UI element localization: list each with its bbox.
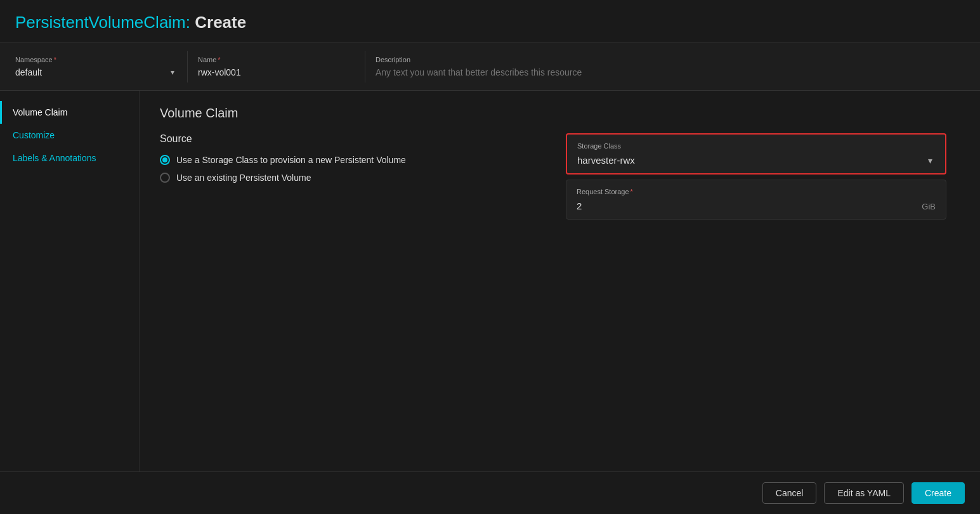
sidebar: Volume Claim Customize Labels & Annotati…: [0, 91, 140, 471]
main-content: Volume Claim Customize Labels & Annotati…: [0, 91, 980, 471]
radio-storage-class-button[interactable]: [160, 155, 170, 165]
content-area: Volume Claim Source Use a Storage Class …: [140, 91, 980, 471]
storage-class-select-wrapper: harvester-rwx local-path longhorn ▾: [577, 155, 935, 166]
two-column-layout: Source Use a Storage Class to provision …: [160, 133, 960, 220]
storage-class-select[interactable]: harvester-rwx local-path longhorn: [577, 155, 935, 166]
description-field: Description: [365, 51, 970, 82]
radio-option-existing-pv[interactable]: Use an existing Persistent Volume: [160, 173, 540, 183]
radio-existing-pv-button[interactable]: [160, 173, 170, 183]
radio-existing-pv-label: Use an existing Persistent Volume: [176, 173, 311, 183]
source-title: Source: [160, 133, 540, 145]
page-title: PersistentVolumeClaim: Create: [15, 13, 965, 32]
namespace-label: Namespace*: [15, 56, 177, 63]
section-title: Volume Claim: [160, 106, 960, 121]
name-label: Name*: [198, 56, 355, 63]
name-input[interactable]: [198, 67, 355, 77]
request-storage-input[interactable]: [577, 201, 917, 211]
namespace-field: Namespace* default kube-system kube-publ…: [10, 51, 188, 82]
namespace-select-wrapper: default kube-system kube-public ▾: [15, 67, 177, 77]
request-storage-label: Request Storage*: [577, 188, 936, 195]
name-field: Name*: [188, 51, 365, 82]
resource-type: PersistentVolumeClaim:: [15, 13, 190, 32]
storage-class-box: Storage Class harvester-rwx local-path l…: [566, 133, 946, 175]
create-button[interactable]: Create: [911, 482, 965, 504]
sidebar-item-customize[interactable]: Customize: [0, 124, 139, 147]
request-storage-inner: GiB: [577, 201, 936, 211]
cancel-button[interactable]: Cancel: [762, 482, 817, 504]
request-storage-box: Request Storage* GiB: [566, 180, 946, 220]
page-header: PersistentVolumeClaim: Create: [0, 0, 980, 43]
action-label: Create: [195, 13, 246, 32]
sidebar-item-labels-annotations[interactable]: Labels & Annotations: [0, 147, 139, 169]
description-label: Description: [376, 56, 960, 63]
request-storage-unit: GiB: [922, 202, 936, 211]
right-panel: Storage Class harvester-rwx local-path l…: [566, 133, 946, 220]
radio-option-storage-class[interactable]: Use a Storage Class to provision a new P…: [160, 155, 540, 165]
radio-storage-class-label: Use a Storage Class to provision a new P…: [176, 155, 406, 165]
description-input[interactable]: [376, 67, 960, 77]
edit-yaml-button[interactable]: Edit as YAML: [824, 482, 904, 504]
storage-class-label: Storage Class: [577, 142, 935, 150]
top-fields: Namespace* default kube-system kube-publ…: [0, 43, 980, 91]
storage-class-inner: Storage Class harvester-rwx local-path l…: [567, 135, 945, 173]
namespace-select[interactable]: default kube-system kube-public: [15, 67, 177, 77]
source-options: Source Use a Storage Class to provision …: [160, 133, 540, 220]
sidebar-item-volume-claim[interactable]: Volume Claim: [0, 101, 139, 124]
page-footer: Cancel Edit as YAML Create: [0, 471, 980, 514]
